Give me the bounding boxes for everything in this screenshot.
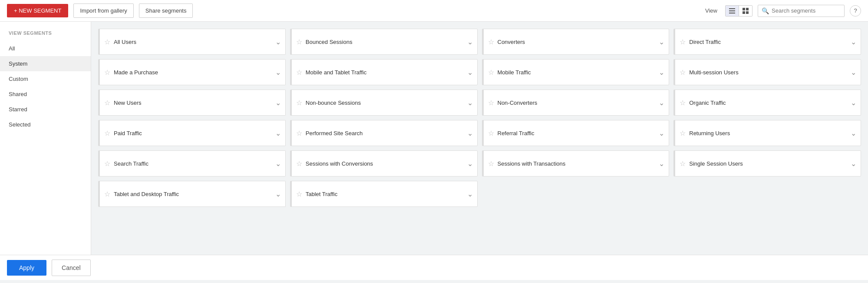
segment-name: Bounced Sessions [306,39,465,45]
chevron-down-icon[interactable]: ⌄ [851,38,856,46]
segment-name: Made a Purchase [114,69,274,76]
chevron-down-icon[interactable]: ⌄ [275,68,281,77]
segment-card[interactable]: ☆ Multi-session Users ⌄ [673,59,861,85]
segment-card[interactable]: ☆ Tablet Traffic ⌄ [290,181,478,207]
star-icon[interactable]: ☆ [680,38,686,46]
segment-name: Non-bounce Sessions [306,100,465,106]
star-icon[interactable]: ☆ [104,160,110,168]
segment-name: Direct Traffic [689,39,849,45]
chevron-down-icon[interactable]: ⌄ [851,129,856,137]
chevron-down-icon[interactable]: ⌄ [851,68,856,77]
star-icon[interactable]: ☆ [680,68,686,77]
segment-card[interactable]: ☆ Tablet and Desktop Traffic ⌄ [98,181,286,207]
search-input[interactable] [772,7,837,14]
sidebar: VIEW SEGMENTS All System Custom Shared S… [0,22,91,255]
segment-card[interactable]: ☆ All Users ⌄ [98,29,286,55]
chevron-down-icon[interactable]: ⌄ [467,129,473,137]
segment-card[interactable]: ☆ Non-bounce Sessions ⌄ [290,90,478,116]
list-view-button[interactable] [726,6,739,16]
star-icon[interactable]: ☆ [680,99,686,107]
star-icon[interactable]: ☆ [296,68,302,77]
segment-card[interactable]: ☆ Made a Purchase ⌄ [98,59,286,85]
chevron-down-icon[interactable]: ⌄ [659,129,664,137]
list-icon [729,8,735,13]
chevron-down-icon[interactable]: ⌄ [467,160,473,168]
view-label: View [705,7,717,14]
star-icon[interactable]: ☆ [104,99,110,107]
chevron-down-icon[interactable]: ⌄ [851,160,856,168]
chevron-down-icon[interactable]: ⌄ [467,99,473,107]
sidebar-item-shared[interactable]: Shared [0,87,91,102]
chevron-down-icon[interactable]: ⌄ [275,160,281,168]
segment-card[interactable]: ☆ Referral Traffic ⌄ [482,120,670,146]
star-icon[interactable]: ☆ [104,129,110,137]
star-icon[interactable]: ☆ [488,68,494,77]
star-icon[interactable]: ☆ [104,38,110,46]
main-layout: VIEW SEGMENTS All System Custom Shared S… [0,22,868,255]
segment-name: Single Session Users [689,160,849,167]
segment-card[interactable]: ☆ Returning Users ⌄ [673,120,861,146]
chevron-down-icon[interactable]: ⌄ [659,68,664,77]
segment-card[interactable]: ☆ Mobile Traffic ⌄ [482,59,670,85]
chevron-down-icon[interactable]: ⌄ [275,190,281,198]
segment-card[interactable]: ☆ Paid Traffic ⌄ [98,120,286,146]
star-icon[interactable]: ☆ [296,160,302,168]
sidebar-item-starred[interactable]: Starred [0,102,91,117]
chevron-down-icon[interactable]: ⌄ [851,99,856,107]
chevron-down-icon[interactable]: ⌄ [467,68,473,77]
new-segment-button[interactable]: + NEW SEGMENT [7,4,68,17]
segment-name: Organic Traffic [689,100,849,106]
star-icon[interactable]: ☆ [680,160,686,168]
sidebar-item-system[interactable]: System [0,56,91,71]
sidebar-item-selected[interactable]: Selected [0,117,91,132]
share-segments-button[interactable]: Share segments [139,3,193,18]
star-icon[interactable]: ☆ [488,129,494,137]
chevron-down-icon[interactable]: ⌄ [659,99,664,107]
chevron-down-icon[interactable]: ⌄ [467,190,473,198]
star-icon[interactable]: ☆ [296,38,302,46]
chevron-down-icon[interactable]: ⌄ [275,99,281,107]
chevron-down-icon[interactable]: ⌄ [275,129,281,137]
chevron-down-icon[interactable]: ⌄ [275,38,281,46]
chevron-down-icon[interactable]: ⌄ [467,38,473,46]
segment-name: Mobile and Tablet Traffic [306,69,465,76]
star-icon[interactable]: ☆ [296,99,302,107]
star-icon[interactable]: ☆ [680,129,686,137]
segment-card[interactable]: ☆ Search Traffic ⌄ [98,150,286,176]
apply-button[interactable]: Apply [7,260,46,276]
import-gallery-button[interactable]: Import from gallery [73,3,133,18]
sidebar-item-custom[interactable]: Custom [0,71,91,87]
sidebar-section-label: VIEW SEGMENTS [0,30,91,41]
chevron-down-icon[interactable]: ⌄ [659,160,664,168]
segment-name: Non-Converters [498,100,657,106]
chevron-down-icon[interactable]: ⌄ [659,38,664,46]
segment-card[interactable]: ☆ Sessions with Conversions ⌄ [290,150,478,176]
segment-name: Sessions with Conversions [306,160,465,167]
star-icon[interactable]: ☆ [104,68,110,77]
segment-card[interactable]: ☆ Non-Converters ⌄ [482,90,670,116]
star-icon[interactable]: ☆ [488,38,494,46]
toolbar: + NEW SEGMENT Import from gallery Share … [0,0,868,22]
star-icon[interactable]: ☆ [488,99,494,107]
star-icon[interactable]: ☆ [296,190,302,198]
segment-card[interactable]: ☆ Performed Site Search ⌄ [290,120,478,146]
star-icon[interactable]: ☆ [488,160,494,168]
help-button[interactable]: ? [850,5,861,17]
segment-card[interactable]: ☆ Direct Traffic ⌄ [673,29,861,55]
segment-card[interactable]: ☆ Bounced Sessions ⌄ [290,29,478,55]
segment-card[interactable]: ☆ Organic Traffic ⌄ [673,90,861,116]
search-icon: 🔍 [762,7,769,14]
segment-card[interactable]: ☆ Mobile and Tablet Traffic ⌄ [290,59,478,85]
star-icon[interactable]: ☆ [104,190,110,198]
segment-name: Paid Traffic [114,130,274,137]
segment-name: All Users [114,39,274,45]
segment-card[interactable]: ☆ Single Session Users ⌄ [673,150,861,176]
segment-name: Performed Site Search [306,130,465,137]
grid-view-button[interactable] [739,6,752,16]
segment-card[interactable]: ☆ Sessions with Transactions ⌄ [482,150,670,176]
segment-card[interactable]: ☆ Converters ⌄ [482,29,670,55]
star-icon[interactable]: ☆ [296,129,302,137]
sidebar-item-all[interactable]: All [0,41,91,56]
cancel-button[interactable]: Cancel [52,260,91,276]
segment-card[interactable]: ☆ New Users ⌄ [98,90,286,116]
